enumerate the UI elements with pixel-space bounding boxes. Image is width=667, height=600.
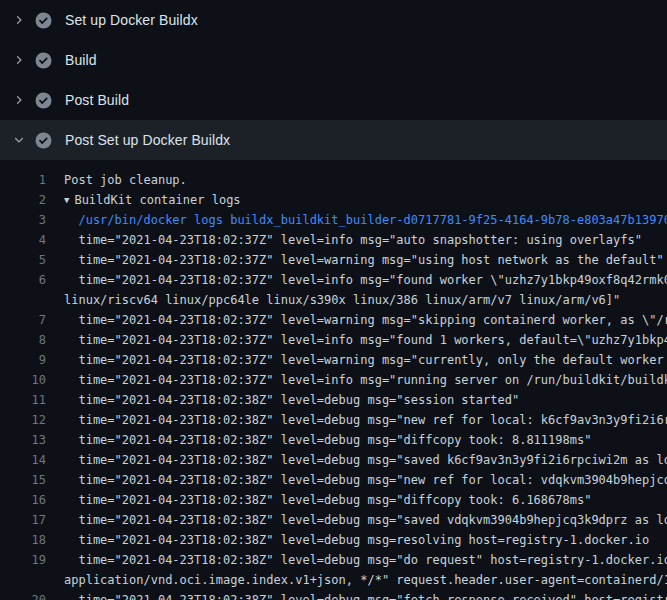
line-number[interactable]: 14: [0, 450, 46, 470]
log-line-text: time="2021-04-23T18:02:38Z" level=debug …: [64, 470, 667, 490]
check-circle-icon: [35, 132, 52, 149]
log-line-text: time="2021-04-23T18:02:37Z" level=warnin…: [64, 350, 667, 370]
check-circle-icon: [35, 92, 52, 109]
log-line-text: time="2021-04-23T18:02:38Z" level=debug …: [64, 430, 591, 450]
log-line-text: time="2021-04-23T18:02:37Z" level=info m…: [64, 370, 667, 390]
log-line-text: time="2021-04-23T18:02:38Z" level=debug …: [64, 450, 667, 470]
log-row: 20 time="2021-04-23T18:02:38Z" level=deb…: [0, 590, 667, 600]
check-circle-icon: [35, 52, 52, 69]
chevron-right-icon[interactable]: [11, 92, 27, 108]
step-label: Post Set up Docker Buildx: [65, 132, 230, 148]
log-line-text: time="2021-04-23T18:02:38Z" level=debug …: [64, 390, 519, 410]
log-output: 1 Post job cleanup. 2 ▼BuildKit containe…: [0, 160, 667, 600]
log-line-text: /usr/bin/docker logs buildx_buildkit_bui…: [64, 210, 667, 230]
step-header[interactable]: Set up Docker Buildx: [0, 0, 667, 40]
step-label: Set up Docker Buildx: [65, 12, 198, 28]
log-row: 17 time="2021-04-23T18:02:38Z" level=deb…: [0, 510, 667, 530]
line-number[interactable]: 17: [0, 510, 46, 530]
log-row: 16 time="2021-04-23T18:02:38Z" level=deb…: [0, 490, 667, 510]
step-label: Build: [65, 52, 97, 68]
expander-triangle-icon[interactable]: ▼: [64, 190, 69, 210]
log-row: 14 time="2021-04-23T18:02:38Z" level=deb…: [0, 450, 667, 470]
line-number[interactable]: 16: [0, 490, 46, 510]
log-row: 15 time="2021-04-23T18:02:38Z" level=deb…: [0, 470, 667, 490]
log-line-text: time="2021-04-23T18:02:38Z" level=debug …: [64, 490, 591, 510]
line-number[interactable]: 13: [0, 430, 46, 450]
log-row: 4 time="2021-04-23T18:02:37Z" level=info…: [0, 230, 667, 250]
log-row: 13 time="2021-04-23T18:02:38Z" level=deb…: [0, 430, 667, 450]
log-row: 12 time="2021-04-23T18:02:38Z" level=deb…: [0, 410, 667, 430]
log-row: 1 Post job cleanup.: [0, 170, 667, 190]
log-row: 5 time="2021-04-23T18:02:37Z" level=warn…: [0, 250, 667, 270]
line-number[interactable]: 18: [0, 530, 46, 550]
chevron-right-icon[interactable]: [11, 12, 27, 28]
log-line-text: time="2021-04-23T18:02:38Z" level=debug …: [64, 410, 667, 430]
step-header[interactable]: Build: [0, 40, 667, 80]
line-number[interactable]: 15: [0, 470, 46, 490]
line-number[interactable]: 8: [0, 330, 46, 350]
log-line-text: time="2021-04-23T18:02:37Z" level=warnin…: [64, 310, 667, 330]
log-line-text: time="2021-04-23T18:02:38Z" level=debug …: [64, 510, 667, 530]
chevron-down-icon[interactable]: [11, 132, 27, 148]
line-number[interactable]: 12: [0, 410, 46, 430]
step-label: Post Build: [65, 92, 129, 108]
log-row: 9 time="2021-04-23T18:02:37Z" level=warn…: [0, 350, 667, 370]
log-line-text: time="2021-04-23T18:02:37Z" level=info m…: [64, 270, 667, 290]
line-number[interactable]: 6: [0, 270, 46, 290]
line-number[interactable]: 3: [0, 210, 46, 230]
line-number-gutter: [0, 290, 46, 310]
check-circle-icon: [35, 12, 52, 29]
line-number[interactable]: 19: [0, 550, 46, 570]
log-line-text: time="2021-04-23T18:02:38Z" level=debug …: [64, 530, 649, 550]
log-row: 10 time="2021-04-23T18:02:37Z" level=inf…: [0, 370, 667, 390]
step-list: Set up Docker Buildx Build Post Build: [0, 0, 667, 160]
log-line-text: time="2021-04-23T18:02:38Z" level=debug …: [64, 590, 667, 600]
line-number-gutter: [0, 570, 46, 590]
log-row: 18 time="2021-04-23T18:02:38Z" level=deb…: [0, 530, 667, 550]
step-header[interactable]: Post Build: [0, 80, 667, 120]
line-number[interactable]: 10: [0, 370, 46, 390]
log-line-text: application/vnd.oci.image.index.v1+json,…: [64, 570, 667, 590]
line-number[interactable]: 4: [0, 230, 46, 250]
step-header[interactable]: Post Set up Docker Buildx: [0, 120, 667, 160]
line-number[interactable]: 2: [0, 190, 46, 210]
log-row: 11 time="2021-04-23T18:02:38Z" level=deb…: [0, 390, 667, 410]
log-line-text: Post job cleanup.: [64, 170, 187, 190]
log-row: 2 ▼BuildKit container logs: [0, 190, 667, 210]
log-line-text: time="2021-04-23T18:02:37Z" level=info m…: [64, 330, 667, 350]
log-row: 7 time="2021-04-23T18:02:37Z" level=warn…: [0, 310, 667, 330]
log-row: linux/riscv64 linux/ppc64le linux/s390x …: [0, 290, 667, 310]
log-row: application/vnd.oci.image.index.v1+json,…: [0, 570, 667, 590]
log-row: 8 time="2021-04-23T18:02:37Z" level=info…: [0, 330, 667, 350]
line-number[interactable]: 20: [0, 590, 46, 600]
log-line-text: time="2021-04-23T18:02:38Z" level=debug …: [64, 550, 667, 570]
chevron-right-icon[interactable]: [11, 52, 27, 68]
log-row: 19 time="2021-04-23T18:02:38Z" level=deb…: [0, 550, 667, 570]
line-number[interactable]: 5: [0, 250, 46, 270]
line-number[interactable]: 1: [0, 170, 46, 190]
actions-log-viewer: Set up Docker Buildx Build Post Build: [0, 0, 667, 600]
log-row: 6 time="2021-04-23T18:02:37Z" level=info…: [0, 270, 667, 290]
log-group-label[interactable]: BuildKit container logs: [74, 190, 240, 210]
line-number[interactable]: 7: [0, 310, 46, 330]
line-number[interactable]: 9: [0, 350, 46, 370]
log-line-text: time="2021-04-23T18:02:37Z" level=warnin…: [64, 250, 664, 270]
log-row: 3 /usr/bin/docker logs buildx_buildkit_b…: [0, 210, 667, 230]
log-line-text: time="2021-04-23T18:02:37Z" level=info m…: [64, 230, 642, 250]
line-number[interactable]: 11: [0, 390, 46, 410]
log-line-text: linux/riscv64 linux/ppc64le linux/s390x …: [64, 290, 620, 310]
